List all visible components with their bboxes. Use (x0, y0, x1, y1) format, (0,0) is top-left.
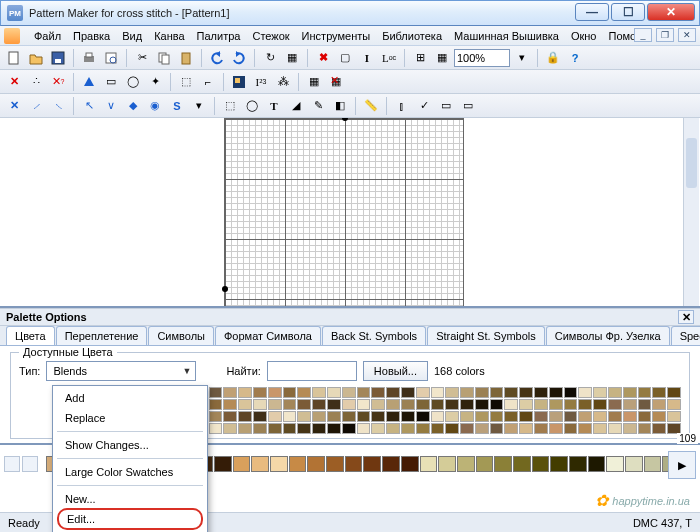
quarter-stitch-icon[interactable]: ⟍ (48, 96, 68, 116)
swatch[interactable] (283, 411, 297, 422)
swatch[interactable] (534, 423, 548, 434)
swatch[interactable] (504, 387, 518, 398)
swatch[interactable] (327, 399, 341, 410)
swatch[interactable] (652, 387, 666, 398)
used-swatch[interactable] (326, 456, 344, 472)
tab-4[interactable]: Back St. Symbols (322, 326, 426, 345)
swatch[interactable] (623, 387, 637, 398)
chart-icon[interactable]: ⫿ (392, 96, 412, 116)
used-swatch[interactable] (420, 456, 438, 472)
swatch[interactable] (593, 423, 607, 434)
crop-icon[interactable]: ⌐ (198, 72, 218, 92)
arrow-up-icon[interactable] (79, 72, 99, 92)
new-icon[interactable] (4, 48, 24, 68)
swatch[interactable] (623, 411, 637, 422)
swatch[interactable] (564, 399, 578, 410)
used-swatch[interactable] (382, 456, 400, 472)
swatch[interactable] (519, 399, 533, 410)
swatch[interactable] (238, 411, 252, 422)
swatch[interactable] (460, 423, 474, 434)
swatch[interactable] (253, 411, 267, 422)
swatch[interactable] (519, 423, 533, 434)
swatch[interactable] (608, 423, 622, 434)
half-stitch-icon[interactable]: ⟋ (26, 96, 46, 116)
eraser-icon[interactable]: ◧ (330, 96, 350, 116)
dots-icon[interactable]: ∴ (26, 72, 46, 92)
swatch[interactable] (534, 387, 548, 398)
swatch[interactable] (638, 423, 652, 434)
design-canvas[interactable] (0, 118, 700, 308)
swatch[interactable] (253, 387, 267, 398)
swatch[interactable] (283, 423, 297, 434)
swatch[interactable] (608, 399, 622, 410)
lasso-icon[interactable]: ◯ (123, 72, 143, 92)
available-swatches[interactable] (179, 387, 681, 434)
swatch[interactable] (401, 423, 415, 434)
swatch[interactable] (223, 399, 237, 410)
used-swatch[interactable] (214, 456, 232, 472)
label-icon[interactable]: I²3 (251, 72, 271, 92)
swatch[interactable] (312, 411, 326, 422)
page2-icon[interactable]: ▭ (458, 96, 478, 116)
used-swatch[interactable] (625, 456, 643, 472)
type-combo[interactable]: Blends ▼ (46, 361, 196, 381)
swatch[interactable] (268, 423, 282, 434)
swatch[interactable] (475, 387, 489, 398)
swatch[interactable] (357, 399, 371, 410)
paste-icon[interactable] (176, 48, 196, 68)
palette-close-icon[interactable]: ✕ (678, 310, 694, 324)
swatch[interactable] (386, 399, 400, 410)
used-swatch[interactable] (513, 456, 531, 472)
menu-item-replace[interactable]: Replace (55, 408, 205, 428)
swatch[interactable] (652, 423, 666, 434)
print-preview-icon[interactable] (101, 48, 121, 68)
minimize-button[interactable]: — (575, 3, 609, 21)
text-icon[interactable]: T (264, 96, 284, 116)
used-swatch[interactable] (494, 456, 512, 472)
swatch[interactable] (623, 423, 637, 434)
ruler-icon[interactable]: 📏 (361, 96, 381, 116)
swatch[interactable] (357, 387, 371, 398)
used-swatch[interactable] (401, 456, 419, 472)
swatch[interactable] (445, 423, 459, 434)
swatch[interactable] (297, 423, 311, 434)
swatch[interactable] (475, 399, 489, 410)
used-swatch[interactable] (270, 456, 288, 472)
swatch[interactable] (667, 399, 681, 410)
used-swatch[interactable] (289, 456, 307, 472)
vertical-scrollbar[interactable] (683, 118, 699, 306)
swatch[interactable] (490, 399, 504, 410)
swatch[interactable] (268, 399, 282, 410)
swatch[interactable] (297, 387, 311, 398)
swatch[interactable] (297, 411, 311, 422)
menu-вид[interactable]: Вид (116, 28, 148, 44)
zoom-combo[interactable] (454, 49, 510, 67)
dot-stitch-icon[interactable]: ◆ (123, 96, 143, 116)
scroll-right-button[interactable]: ▶ (668, 451, 696, 479)
swatch[interactable] (371, 423, 385, 434)
eyedropper-icon[interactable]: ✎ (308, 96, 328, 116)
swatch[interactable] (460, 411, 474, 422)
swatch[interactable] (667, 411, 681, 422)
swatch[interactable] (652, 411, 666, 422)
cross-sup-icon[interactable]: ✕? (48, 72, 68, 92)
marquee-icon[interactable]: ⬚ (176, 72, 196, 92)
swatch[interactable] (549, 411, 563, 422)
swatch[interactable] (342, 399, 356, 410)
swatch[interactable] (475, 423, 489, 434)
swatch[interactable] (593, 387, 607, 398)
swatch[interactable] (416, 399, 430, 410)
menu-item-show-changes-[interactable]: Show Changes... (55, 435, 205, 455)
menu-правка[interactable]: Правка (67, 28, 116, 44)
swatch[interactable] (564, 387, 578, 398)
swatch[interactable] (431, 411, 445, 422)
swatch[interactable] (209, 411, 223, 422)
menu-библиотека[interactable]: Библиотека (376, 28, 448, 44)
swatch[interactable] (223, 423, 237, 434)
menu-файл[interactable]: Файл (28, 28, 67, 44)
swatch[interactable] (327, 387, 341, 398)
swatch[interactable] (460, 387, 474, 398)
used-swatch[interactable] (532, 456, 550, 472)
maximize-button[interactable]: ☐ (611, 3, 645, 21)
tab-0[interactable]: Цвета (6, 326, 55, 345)
